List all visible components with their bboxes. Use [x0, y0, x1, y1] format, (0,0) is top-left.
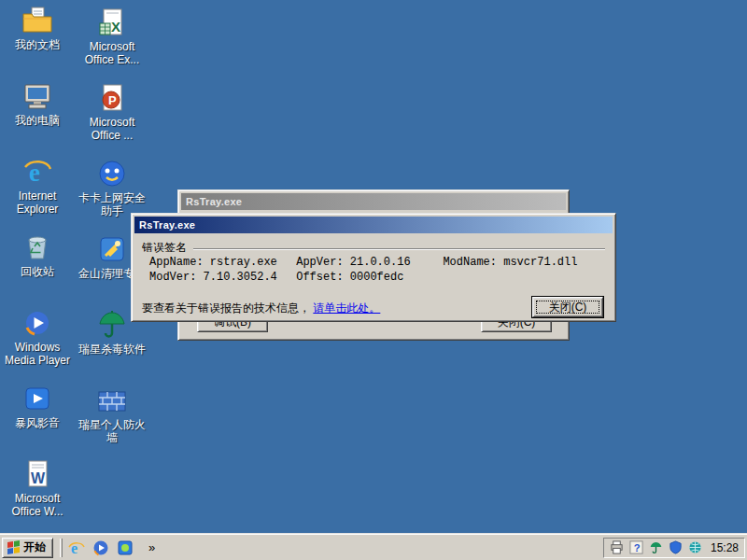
close-button-label: 关闭(C) [549, 301, 587, 314]
svg-text:P: P [108, 93, 117, 107]
desktop-icon-label: Microsoft Office ... [77, 116, 148, 142]
help-tray-icon[interactable]: ? [629, 540, 644, 555]
desktop-icon-recycle-bin[interactable]: 回收站 [2, 232, 73, 308]
recycle-bin-icon [22, 232, 52, 262]
error-details-row-2: ModVer: 7.10.3052.4 Offset: 0000fedc [149, 271, 605, 284]
globe-icon [688, 540, 702, 554]
network-tray-icon[interactable] [688, 540, 703, 555]
error-dialog-body: 错误签名 AppName: rstray.exe AppVer: 21.0.0.… [134, 233, 613, 318]
desktop-icon-label: 回收站 [21, 265, 54, 278]
quicklaunch-drag-handle[interactable] [60, 539, 63, 557]
taskbar-clock: 15:28 [711, 541, 739, 554]
start-button[interactable]: 开始 [2, 538, 53, 558]
click-here-link[interactable]: 请单击此处。 [313, 301, 380, 315]
internet-explorer-icon: e [22, 157, 52, 187]
desktop-icon-label: Microsoft Office W... [2, 492, 73, 518]
my-documents-icon [22, 6, 52, 35]
svg-text:X: X [111, 19, 120, 35]
system-tray: ? 15:28 [603, 538, 745, 558]
baofeng-player-icon [22, 384, 52, 413]
background-window-title: RsTray.exe [186, 196, 242, 207]
my-computer-icon [22, 81, 52, 111]
report-info-text: 要查看关于错误报告的技术信息， [142, 301, 310, 315]
rising-antivirus-icon [97, 310, 127, 340]
svg-text:W: W [31, 470, 46, 486]
quicklaunch-app[interactable] [115, 538, 135, 558]
printer-icon [610, 540, 624, 554]
windows-media-player-icon [22, 308, 52, 338]
shield-icon [669, 540, 683, 554]
desktop-icon-rising-firewall[interactable]: 瑞星个人防火墙 [77, 385, 148, 461]
error-dialog-title: RsTray.exe [139, 219, 195, 231]
close-button[interactable]: 关闭(C) [532, 297, 603, 317]
start-button-label: 开始 [23, 539, 46, 555]
report-info-row: 要查看关于错误报告的技术信息， 请单击此处。 [142, 301, 380, 316]
error-details-row-1: AppName: rstray.exe AppVer: 21.0.0.16 Mo… [149, 256, 605, 269]
desktop-icon-label: 我的电脑 [15, 114, 60, 127]
app-icon [117, 539, 134, 556]
desktop-icon-baofeng-player[interactable]: 暴风影音 [2, 384, 73, 459]
desktop-icon-ms-office-excel[interactable]: X Microsoft Office Ex... [77, 7, 148, 83]
quicklaunch-overflow-button[interactable]: » [145, 540, 159, 554]
desktop: 我的文档 我的电脑 e Internet Explorer [0, 0, 747, 560]
desktop-icon-ms-office-powerpoint[interactable]: P Microsoft Office ... [77, 83, 148, 159]
windows-logo-icon [7, 540, 20, 554]
modname-value: ModName: msvcr71.dll [443, 256, 577, 269]
desktop-icons-column-1: 我的文档 我的电脑 e Internet Explorer [2, 6, 73, 535]
offset-value: Offset: 0000fedc [296, 271, 403, 284]
desktop-icon-label: 瑞星杀毒软件 [78, 343, 146, 356]
quicklaunch-media-player[interactable] [91, 538, 111, 558]
ms-office-excel-icon: X [97, 7, 127, 37]
desktop-icon-internet-explorer[interactable]: e Internet Explorer [2, 157, 73, 232]
rising-umbrella-tray-icon[interactable] [649, 540, 664, 555]
background-window-titlebar[interactable]: RsTray.exe [181, 193, 566, 210]
desktop-icon-label: 暴风影音 [15, 416, 60, 429]
quicklaunch-internet-explorer[interactable]: e [66, 538, 87, 558]
ms-office-word-icon: W [22, 459, 52, 489]
printer-tray-icon[interactable] [610, 540, 625, 555]
kingsoft-cleaner-icon [97, 234, 127, 264]
desktop-icon-my-computer[interactable]: 我的电脑 [2, 81, 73, 157]
taskbar: 开始 e » [0, 534, 747, 560]
error-signature-row: 错误签名 [142, 240, 605, 256]
error-dialog[interactable]: RsTray.exe 错误签名 AppName: rstray.exe AppV… [131, 213, 616, 322]
desktop-icon-label: 我的文档 [15, 38, 60, 51]
kaka-assistant-icon [97, 159, 127, 189]
ms-office-powerpoint-icon: P [97, 83, 127, 113]
desktop-icon-ms-office-word[interactable]: W Microsoft Office W... [2, 459, 73, 535]
internet-explorer-icon: e [68, 539, 85, 556]
desktop-icon-my-documents[interactable]: 我的文档 [2, 6, 73, 81]
firewall-shield-tray-icon[interactable] [669, 540, 684, 555]
desktop-icon-label: Microsoft Office Ex... [77, 40, 148, 66]
media-player-icon [92, 539, 109, 556]
error-dialog-titlebar[interactable]: RsTray.exe [134, 217, 613, 233]
desktop-icon-label: Internet Explorer [2, 189, 73, 216]
umbrella-icon [649, 540, 663, 554]
modver-value: ModVer: 7.10.3052.4 [149, 271, 289, 284]
desktop-icon-label: Windows Media Player [2, 341, 73, 367]
help-icon: ? [629, 540, 643, 554]
svg-text:?: ? [634, 542, 641, 553]
appname-value: AppName: rstray.exe [149, 256, 289, 269]
desktop-icon-windows-media-player[interactable]: Windows Media Player [2, 308, 73, 384]
separator-line [193, 248, 605, 250]
error-signature-label: 错误签名 [142, 240, 187, 256]
rising-firewall-icon [97, 385, 127, 415]
appver-value: AppVer: 21.0.0.16 [296, 256, 436, 269]
desktop-icon-label: 瑞星个人防火墙 [77, 418, 148, 444]
